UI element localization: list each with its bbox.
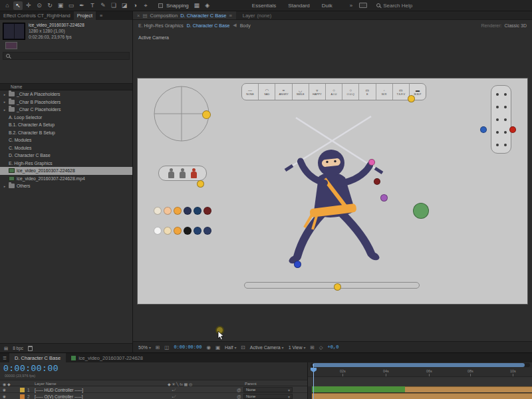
project-item[interactable]: A. Loop Selector	[0, 114, 132, 122]
slider-controller-dot[interactable]	[334, 283, 341, 291]
color-swatch[interactable]	[203, 207, 211, 215]
character-a-icon[interactable]	[168, 168, 175, 179]
mouth-button-e[interactable]: ▭E	[358, 84, 375, 100]
tab-effect-controls[interactable]: Effect Controls CT_RightHand	[0, 11, 74, 20]
parent-dropdown[interactable]: None▾	[243, 394, 293, 399]
search-help[interactable]: Search Help	[376, 3, 412, 9]
project-item[interactable]: E. High-Res Graphics	[0, 160, 132, 168]
layer-duration-bar[interactable]	[312, 393, 532, 399]
time-navigator-track[interactable]	[311, 363, 530, 367]
pickwhip-icon[interactable]: @	[237, 388, 241, 392]
time-navigator-handle[interactable]	[313, 363, 525, 367]
channel-icon[interactable]: ▣	[215, 344, 220, 350]
mouth-button-ouq[interactable]: ○O.U.Q	[342, 84, 358, 100]
color-swatch[interactable]	[164, 227, 172, 235]
layer-name[interactable]: [----- O(V) Controller -----]	[35, 394, 83, 399]
variant-controller-dot[interactable]	[197, 180, 204, 188]
eye-icon[interactable]: ◉	[3, 388, 6, 392]
camera-dropdown[interactable]: Active Camera ▾	[250, 345, 284, 350]
color-swatch[interactable]	[154, 207, 162, 215]
parent-dropdown[interactable]: None▾	[243, 387, 293, 392]
color-swatch[interactable]	[184, 207, 192, 215]
grid-icon[interactable]: ⊞	[310, 344, 314, 350]
current-time-field[interactable]: 0:00:00:00	[174, 344, 201, 350]
project-item[interactable]: D. Character C Base	[0, 152, 132, 160]
mouth-button-none[interactable]: —NONE	[242, 84, 258, 100]
mouth-button-wr[interactable]: ◦W.R	[376, 84, 392, 100]
project-item[interactable]: B.2. Character B Setup	[0, 129, 132, 137]
shape-tool-icon[interactable]: ▭	[66, 1, 76, 10]
project-item[interactable]: ▸_Char B Placeholders	[0, 98, 132, 106]
project-item[interactable]: ▸_Char C Placeholders	[0, 106, 132, 114]
trash-icon[interactable]	[28, 346, 33, 351]
panel-menu-icon[interactable]: ≡	[229, 13, 231, 19]
timeline-tab-footage[interactable]: ice_video_20160307-224628	[66, 353, 148, 362]
brush-tool-icon[interactable]: ✎	[98, 1, 108, 10]
puppet-pin-tool-icon[interactable]: ⌖	[141, 1, 150, 10]
time-ruler[interactable]: 02s 04s 06s 08s 10s	[308, 368, 532, 377]
mouth-button-happy[interactable]: ▿HAPPY	[309, 84, 325, 100]
selection-tool-icon[interactable]: ↖	[13, 1, 23, 10]
project-item-selected[interactable]: ice_video_20160307-224628	[0, 167, 132, 175]
color-swatch[interactable]	[203, 227, 211, 235]
character-b-icon[interactable]	[180, 168, 186, 179]
color-swatch[interactable]	[174, 207, 182, 215]
snapshot-icon[interactable]: ◉	[206, 344, 211, 350]
sword-controller-dot[interactable]	[374, 178, 380, 185]
project-item[interactable]: C. Modules	[0, 136, 132, 144]
pose-right-controller-dot[interactable]	[509, 126, 516, 133]
zoom-tool-icon[interactable]: ⊙	[35, 1, 44, 10]
renderer-value[interactable]: Classic 3D	[505, 23, 527, 28]
orbit-camera-tool-icon[interactable]: ↻	[45, 1, 55, 10]
pen-tool-icon[interactable]: ✒	[77, 1, 86, 10]
mouth-button-sad[interactable]: ◠SAD	[258, 84, 275, 100]
view-layout-dropdown[interactable]: 1 View ▾	[289, 345, 306, 350]
layer-switches[interactable]: ◒ ∕	[172, 388, 176, 392]
twirl-icon[interactable]: ▸	[3, 92, 7, 96]
twirl-icon[interactable]: ▸	[3, 184, 7, 188]
roto-brush-tool-icon[interactable]: ◑	[130, 1, 140, 10]
layer-keyframe-bar[interactable]	[312, 386, 405, 392]
tab-project[interactable]: Project	[74, 11, 96, 20]
ninja-character[interactable]	[285, 116, 382, 265]
tab-composition[interactable]: × ▤ Composition D. Character C Base ≡	[133, 11, 236, 19]
gaze-wheel[interactable]	[154, 86, 209, 141]
color-swatch[interactable]	[164, 207, 172, 215]
type-tool-icon[interactable]: T	[88, 1, 97, 10]
project-item[interactable]: ▸_Char A Placeholders	[0, 90, 132, 98]
pickwhip-icon[interactable]: @	[237, 394, 241, 399]
home-tool-icon[interactable]: ⌂	[3, 1, 12, 10]
roi-icon[interactable]: ⊡	[241, 344, 245, 350]
mask-visibility-icon[interactable]: ◫	[164, 344, 169, 350]
project-search-input[interactable]	[3, 52, 130, 60]
layer-name[interactable]: [----- HUD Controller -----]	[35, 388, 83, 392]
panel-toggle-icon[interactable]	[359, 3, 367, 8]
breadcrumb-sub[interactable]: Body	[240, 23, 251, 28]
layer-name-header[interactable]: Layer Name	[35, 382, 57, 386]
layer-switches[interactable]: ◒ ∕	[172, 394, 176, 398]
workspace-overflow-button[interactable]: »	[350, 3, 352, 9]
color-swatch[interactable]	[154, 227, 162, 235]
foot-controller-dot[interactable]	[294, 261, 301, 268]
name-column-header[interactable]: Name	[0, 83, 132, 90]
breadcrumb-current[interactable]: D. Character C Base	[187, 23, 230, 28]
eraser-tool-icon[interactable]: ◪	[120, 1, 129, 10]
panel-menu-icon[interactable]: ≡	[97, 11, 105, 20]
close-icon[interactable]: ×	[137, 13, 140, 19]
mouth-controller-dot[interactable]	[408, 95, 415, 102]
eye-icon[interactable]: ◉	[3, 394, 6, 398]
color-swatch[interactable]	[194, 227, 201, 235]
project-item[interactable]: ice_video_20160307-224628.mp4	[0, 175, 132, 183]
hand-tool-icon[interactable]: ✛	[24, 1, 33, 10]
pan-behind-tool-icon[interactable]: ▣	[56, 1, 65, 10]
tab-layer[interactable]: Layer (none)	[236, 11, 278, 19]
hand-controller-dot[interactable]	[368, 159, 375, 166]
mouth-button-aiu[interactable]: ○A.I.U	[325, 84, 342, 100]
timeline-tab-comp[interactable]: D. Character C Base	[9, 353, 66, 362]
color-swatch[interactable]	[184, 227, 192, 235]
workspace-standard[interactable]: Standard	[288, 3, 309, 9]
pixel-aspect-icon[interactable]: ◇	[319, 344, 323, 350]
color-swatch[interactable]	[194, 207, 201, 215]
project-item[interactable]: ▸Others	[0, 182, 132, 190]
mouth-button-tsfv[interactable]: ▭T.S.F.V	[392, 84, 409, 100]
